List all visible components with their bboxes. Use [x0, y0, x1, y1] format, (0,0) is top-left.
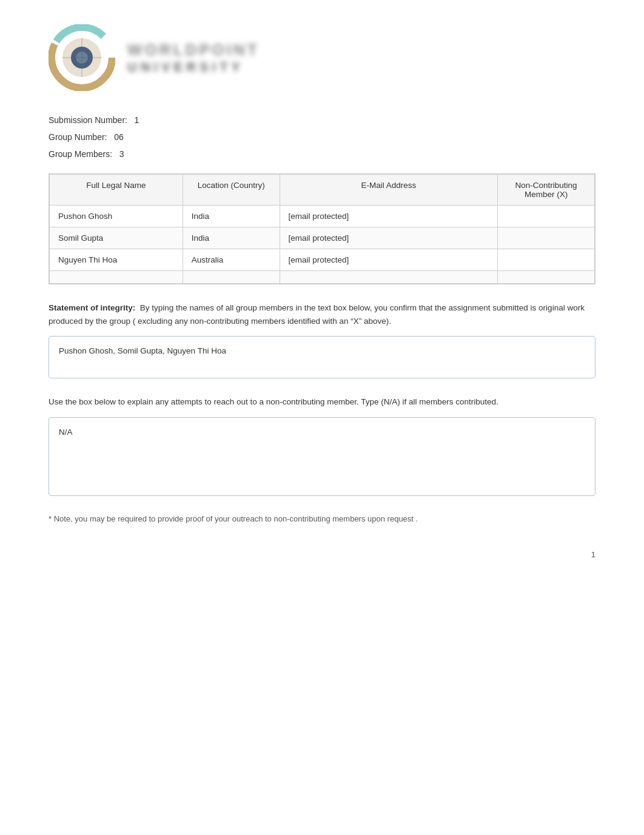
statement-text: Statement of integrity: By typing the na…	[49, 301, 595, 327]
note-text: * Note, you may be required to provide p…	[49, 513, 595, 526]
cell-location: India	[183, 227, 280, 249]
group-number-line: Group Number: 06	[49, 132, 595, 142]
outreach-section: Use the box below to explain any attempt…	[49, 395, 595, 496]
members-table-container: Full Legal Name Location (Country) E-Mai…	[49, 173, 595, 284]
group-number-label: Group Number:	[49, 132, 107, 142]
logo-image	[49, 24, 115, 91]
meta-section: Submission Number: 1 Group Number: 06 Gr…	[49, 115, 595, 159]
cell-location: Australia	[183, 249, 280, 271]
header-noncontrib: Non-Contributing Member (X)	[498, 175, 595, 206]
group-number-value: 06	[114, 132, 124, 142]
logo-area: WORLDPOINT UNIVERSITY	[49, 24, 595, 91]
members-table: Full Legal Name Location (Country) E-Mai…	[49, 174, 595, 284]
cell-name: Pushon Ghosh	[50, 206, 183, 227]
outreach-value: N/A	[59, 428, 73, 437]
logo-text: WORLDPOINT UNIVERSITY	[127, 41, 260, 75]
cell-email: [email protected]	[280, 227, 498, 249]
header-email: E-Mail Address	[280, 175, 498, 206]
group-members-line: Group Members: 3	[49, 149, 595, 159]
cell-name: Somil Gupta	[50, 227, 183, 249]
table-row: Nguyen Thi HoaAustralia[email protected]	[50, 249, 595, 271]
group-members-label: Group Members:	[49, 149, 112, 159]
table-row: Somil GuptaIndia[email protected]	[50, 227, 595, 249]
cell-name	[50, 271, 183, 284]
header-location: Location (Country)	[183, 175, 280, 206]
cell-location	[183, 271, 280, 284]
outreach-textbox[interactable]: N/A	[49, 417, 595, 496]
cell-email: [email protected]	[280, 249, 498, 271]
logo-subtitle: UNIVERSITY	[127, 59, 260, 75]
submission-label: Submission Number:	[49, 115, 127, 125]
outreach-instruction: Use the box below to explain any attempt…	[49, 395, 595, 409]
page-number: 1	[49, 550, 595, 559]
submission-line: Submission Number: 1	[49, 115, 595, 125]
cell-email	[280, 271, 498, 284]
table-row	[50, 271, 595, 284]
cell-location: India	[183, 206, 280, 227]
submission-value: 1	[135, 115, 139, 125]
logo-title: WORLDPOINT	[127, 41, 260, 59]
group-members-value: 3	[119, 149, 124, 159]
table-row: Pushon GhoshIndia[email protected]	[50, 206, 595, 227]
cell-email: [email protected]	[280, 206, 498, 227]
statement-section: Statement of integrity: By typing the na…	[49, 301, 595, 378]
cell-name: Nguyen Thi Hoa	[50, 249, 183, 271]
names-value: Pushon Ghosh, Somil Gupta, Nguyen Thi Ho…	[59, 346, 226, 355]
cell-noncontrib	[498, 249, 595, 271]
statement-label: Statement of integrity:	[49, 303, 135, 312]
note-section: * Note, you may be required to provide p…	[49, 513, 595, 526]
cell-noncontrib	[498, 271, 595, 284]
cell-noncontrib	[498, 206, 595, 227]
header-name: Full Legal Name	[50, 175, 183, 206]
table-header-row: Full Legal Name Location (Country) E-Mai…	[50, 175, 595, 206]
cell-noncontrib	[498, 227, 595, 249]
names-textbox[interactable]: Pushon Ghosh, Somil Gupta, Nguyen Thi Ho…	[49, 336, 595, 378]
